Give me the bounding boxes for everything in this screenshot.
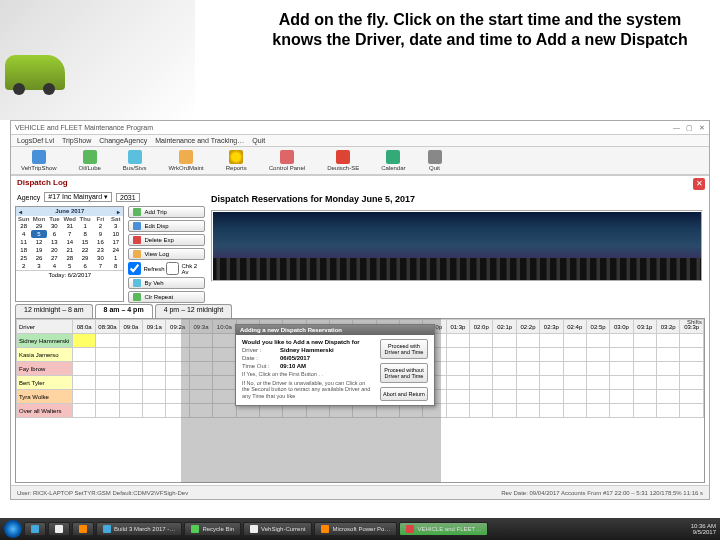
car-icon xyxy=(5,55,65,90)
taskbar-icon[interactable] xyxy=(48,522,70,536)
tool-deutsch[interactable]: Deutsch-SE xyxy=(327,150,359,171)
tool-calendar[interactable]: Calendar xyxy=(381,150,405,171)
side-buttons: Add Trip Edit Disp Delete Exp View Log R… xyxy=(128,206,205,302)
status-right: Rev Date: 09/04/2017 Accounts From #17 2… xyxy=(501,490,703,496)
clock[interactable]: 10:36 AM9/5/2017 xyxy=(691,523,716,535)
dispatch-window-label: Dispatch Log xyxy=(17,178,68,187)
dispatch-close-button[interactable]: ✕ xyxy=(693,178,705,190)
cal-prev[interactable]: ◂ xyxy=(19,208,22,215)
tool-busstvs[interactable]: Bus/Stvs xyxy=(123,150,147,171)
dialog-title: Adding a new Dispatch Reservation xyxy=(236,325,434,335)
left-panel: ◂June 2017▸ SunMonTueWedThuFriSat 282930… xyxy=(15,192,205,302)
refresh-label: Refresh xyxy=(143,266,164,272)
vehicle-icon xyxy=(32,150,46,164)
time-tabs: 12 midnight – 8 am 8 am – 4 pm 4 pm – 12… xyxy=(15,304,705,318)
toolbar: VehTripShow Oil/Lube Bus/Stvs WrkOrdMain… xyxy=(11,147,709,175)
tool-vehtrip[interactable]: VehTripShow xyxy=(21,150,56,171)
cal-next[interactable]: ▸ xyxy=(117,208,120,215)
flag-icon xyxy=(336,150,350,164)
by-veh-button[interactable]: By Veh xyxy=(128,277,205,289)
tool-label: VehTripShow xyxy=(21,165,56,171)
tool-quit[interactable]: Quit xyxy=(428,150,442,171)
menu-tripshow[interactable]: TripShow xyxy=(62,137,91,144)
dialog-hint1: If Yes, Click on the First Button . . xyxy=(242,371,372,378)
tab-8am-4pm[interactable]: 8 am – 4 pm xyxy=(95,304,153,318)
refresh-checkbox[interactable] xyxy=(128,262,141,275)
reservation-title: Dispatch Reservations for Monday June 5,… xyxy=(211,194,415,204)
taskbar-icon[interactable] xyxy=(72,522,94,536)
dialog-question: Would you like to Add a new Dispatch for xyxy=(242,339,372,345)
proceed-with-driver-button[interactable]: Proceed with Driver and Time xyxy=(380,339,428,359)
maximize-button[interactable]: ▢ xyxy=(686,124,693,132)
proceed-without-driver-button[interactable]: Proceed without Driver and Time xyxy=(380,363,428,383)
banner-graphic xyxy=(0,0,195,120)
start-button[interactable] xyxy=(4,520,22,538)
tool-label: WrkOrdMaint xyxy=(169,165,204,171)
plus-icon xyxy=(133,208,141,216)
delete-icon xyxy=(133,236,141,244)
taskbar-item[interactable]: Build 3 March 2017 -… xyxy=(96,522,182,536)
repeat-icon xyxy=(133,293,141,301)
bus-icon xyxy=(128,150,142,164)
quit-icon xyxy=(428,150,442,164)
tool-controlpanel[interactable]: Control Panel xyxy=(269,150,305,171)
window-titlebar: VEHICLE and FLEET Maintenance Program — … xyxy=(11,121,709,135)
workorder-icon xyxy=(179,150,193,164)
dialog-hint2: If No, or the Driver is unavailable, you… xyxy=(242,380,372,400)
minimize-button[interactable]: — xyxy=(673,124,680,132)
taskbar-item[interactable]: VehSigh-Current xyxy=(243,522,312,536)
add-trip-button[interactable]: Add Trip xyxy=(128,206,205,218)
menu-changeagency[interactable]: ChangeAgency xyxy=(99,137,147,144)
tool-label: Control Panel xyxy=(269,165,305,171)
controlpanel-icon xyxy=(280,150,294,164)
tool-label: Calendar xyxy=(381,165,405,171)
add-dispatch-dialog: Adding a new Dispatch Reservation Would … xyxy=(235,324,435,406)
edit-icon xyxy=(133,222,141,230)
driver-value: Sidney Hammerski xyxy=(280,347,334,353)
delete-button[interactable]: Delete Exp xyxy=(128,234,205,246)
tool-reports[interactable]: Reports xyxy=(226,150,247,171)
star-icon xyxy=(229,150,243,164)
vehicle-icon xyxy=(133,279,141,287)
clr-repeat-button[interactable]: Clr Repeat xyxy=(128,291,205,303)
driver-key: Driver : xyxy=(242,347,276,353)
chk2-checkbox[interactable] xyxy=(166,262,179,275)
status-left: User: RICK-LAPTOP SetTYR:GSM Default:CDM… xyxy=(17,490,188,496)
taskbar-item-active[interactable]: VEHICLE and FLEET… xyxy=(399,522,488,536)
tool-workorder[interactable]: WrkOrdMaint xyxy=(169,150,204,171)
calendar-icon xyxy=(386,150,400,164)
date-key: Date : xyxy=(242,355,276,361)
tab-4pm-midnight[interactable]: 4 pm – 12 midnight xyxy=(155,304,233,318)
time-value: 09:10 AM xyxy=(280,363,306,369)
edit-disp-button[interactable]: Edit Disp xyxy=(128,220,205,232)
chk2-label: Chk 2 Av xyxy=(181,263,205,275)
cal-month: June 2017 xyxy=(55,208,84,215)
date-picker[interactable]: ◂June 2017▸ SunMonTueWedThuFriSat 282930… xyxy=(15,206,124,302)
skyline-image xyxy=(211,210,703,282)
tool-label: Oil/Lube xyxy=(78,165,100,171)
close-button[interactable]: ✕ xyxy=(699,124,705,132)
tool-oillube[interactable]: Oil/Lube xyxy=(78,150,100,171)
menu-quit[interactable]: Quit xyxy=(252,137,265,144)
taskbar-item[interactable]: Recycle Bin xyxy=(184,522,241,536)
grid-totals: Shifts xyxy=(687,319,702,325)
content-area: Dispatch Log ✕ Agency #17 Inc Mainyard ▾… xyxy=(11,175,709,499)
oil-icon xyxy=(83,150,97,164)
system-tray[interactable]: 10:36 AM9/5/2017 xyxy=(679,523,716,535)
window-title: VEHICLE and FLEET Maintenance Program xyxy=(15,124,153,131)
headline-text: Add on the fly. Click on the start time … xyxy=(260,10,700,50)
taskbar-icon[interactable] xyxy=(24,522,46,536)
tool-label: Deutsch-SE xyxy=(327,165,359,171)
abort-button[interactable]: Abort and Return xyxy=(380,387,428,401)
view-log-button[interactable]: View Log xyxy=(128,248,205,260)
time-key: Time Out : xyxy=(242,363,276,369)
tab-midnight-8am[interactable]: 12 midnight – 8 am xyxy=(15,304,93,318)
tool-label: Quit xyxy=(429,165,440,171)
taskbar-item[interactable]: Microsoft Power Po… xyxy=(314,522,397,536)
view-icon xyxy=(133,250,141,258)
tool-label: Reports xyxy=(226,165,247,171)
menu-maintenance[interactable]: Maintenance and Tracking… xyxy=(155,137,244,144)
cal-today[interactable]: Today: 6/2/2017 xyxy=(16,270,123,279)
date-value: 06/05/2017 xyxy=(280,355,310,361)
menu-logs[interactable]: LogsDef Lvl xyxy=(17,137,54,144)
